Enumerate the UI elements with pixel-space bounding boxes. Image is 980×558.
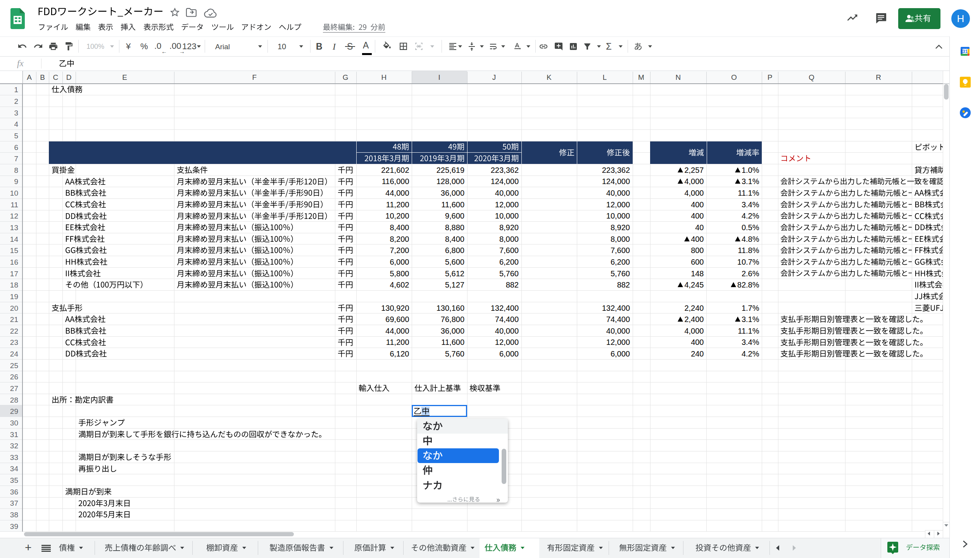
svg-text:31: 31 xyxy=(963,49,968,54)
